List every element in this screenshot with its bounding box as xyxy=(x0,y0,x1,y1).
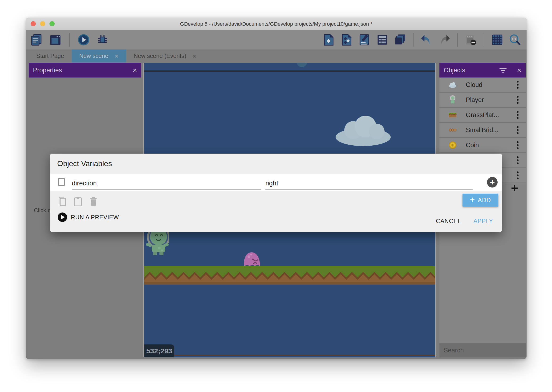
object-menu-icon[interactable] xyxy=(517,81,518,89)
variable-name-input[interactable] xyxy=(72,177,261,190)
apply-button[interactable]: APPLY xyxy=(472,216,494,226)
small-bridge-thumbnail-icon xyxy=(439,126,466,134)
properties-hint: Click o xyxy=(34,207,51,214)
objects-search-bar xyxy=(439,343,526,357)
object-variables-dialog: Object Variables + + ADD RUN xyxy=(50,154,502,232)
variable-value-input[interactable] xyxy=(265,177,473,190)
svg-text:1:1: 1:1 xyxy=(512,37,516,41)
scene-bottom-border xyxy=(144,355,435,356)
toolbar-separator xyxy=(484,33,484,47)
tabbar: Start Page New scene × New scene (Events… xyxy=(29,49,204,63)
close-tab-icon[interactable]: × xyxy=(192,53,197,60)
zoom-1-1-icon[interactable]: 1:1 xyxy=(509,34,521,46)
scene-top-border xyxy=(144,70,435,72)
start-page-icon[interactable] xyxy=(49,34,62,46)
layers-icon[interactable] xyxy=(394,34,407,46)
coin-thumbnail-icon xyxy=(439,140,466,150)
toolbar-left xyxy=(30,33,109,47)
undo-icon[interactable] xyxy=(420,34,433,46)
cursor-coordinates-badge: 532;293 xyxy=(144,344,174,357)
toggle-mask-icon[interactable] xyxy=(464,34,477,46)
tab-label: New scene (Events) xyxy=(133,53,186,59)
enemy-slime-object[interactable] xyxy=(243,251,261,267)
add-button-label: ADD xyxy=(478,197,491,203)
delete-icon[interactable] xyxy=(88,196,99,208)
close-panel-icon[interactable]: × xyxy=(517,66,521,75)
add-object-icon[interactable] xyxy=(322,34,335,46)
close-tab-icon[interactable]: × xyxy=(114,53,119,60)
variable-toolbar xyxy=(57,196,99,208)
object-name: Cloud xyxy=(466,81,483,89)
toolbar: 1:1 xyxy=(26,30,527,49)
preview-play-icon[interactable] xyxy=(77,34,90,46)
objects-panel-header: Objects × xyxy=(439,63,526,77)
player-thumbnail-icon xyxy=(439,95,466,105)
close-panel-icon[interactable]: × xyxy=(133,66,137,75)
tab-new-scene-events[interactable]: New scene (Events) × xyxy=(126,49,204,63)
copy-icon[interactable] xyxy=(57,196,68,208)
object-menu-icon[interactable] xyxy=(517,171,518,179)
object-name: GrassPlat... xyxy=(466,112,499,119)
titlebar: GDevelop 5 - /Users/david/Documents/GDev… xyxy=(26,18,527,30)
toolbar-separator xyxy=(413,33,414,47)
cloud-thumbnail-icon xyxy=(439,81,466,89)
object-row-coin[interactable]: Coin xyxy=(439,138,526,153)
filter-icon[interactable] xyxy=(499,67,507,75)
object-row-grassplatform[interactable]: GrassPlat... xyxy=(439,108,526,123)
cloud-object[interactable] xyxy=(332,113,394,147)
object-row-cloud[interactable]: Cloud xyxy=(439,77,526,93)
objects-panel-title: Objects xyxy=(444,67,465,74)
grass-platform-thumbnail-icon xyxy=(439,111,466,119)
add-child-variable-icon[interactable]: + xyxy=(487,177,498,188)
grass-platform-object[interactable] xyxy=(144,266,435,285)
object-row-smallbridge[interactable]: SmallBrid... xyxy=(439,123,526,138)
object-menu-icon[interactable] xyxy=(517,141,518,149)
tab-new-scene[interactable]: New scene × xyxy=(72,49,126,63)
run-preview-button[interactable]: RUN A PREVIEW xyxy=(58,212,119,222)
object-menu-icon[interactable] xyxy=(517,156,518,164)
edit-scene-icon[interactable] xyxy=(358,34,371,46)
object-menu-icon[interactable] xyxy=(517,96,518,104)
redo-icon[interactable] xyxy=(438,34,451,46)
play-icon xyxy=(58,212,67,222)
variable-checkbox[interactable] xyxy=(58,178,65,186)
toolbar-separator xyxy=(69,33,70,47)
object-menu-icon[interactable] xyxy=(517,111,518,119)
object-row-player[interactable]: Player xyxy=(439,93,526,108)
scene-properties-icon[interactable] xyxy=(376,34,389,46)
properties-panel-title: Properties xyxy=(33,67,62,74)
gdevelop-window: GDevelop 5 - /Users/david/Documents/GDev… xyxy=(26,18,527,359)
object-name: SmallBrid... xyxy=(466,126,498,134)
dialog-title: Object Variables xyxy=(57,159,112,168)
object-name: Player xyxy=(466,96,484,104)
window-title: GDevelop 5 - /Users/david/Documents/GDev… xyxy=(26,18,527,30)
add-object-button[interactable]: + xyxy=(509,182,520,195)
project-manager-icon[interactable] xyxy=(30,34,43,46)
toolbar-separator xyxy=(457,33,458,47)
tab-label: New scene xyxy=(79,53,108,59)
tab-start-page[interactable]: Start Page xyxy=(29,49,72,63)
properties-panel-header: Properties × xyxy=(29,63,141,77)
grid-icon[interactable] xyxy=(491,34,504,46)
bubble-object[interactable] xyxy=(297,63,307,67)
tab-label: Start Page xyxy=(36,53,64,59)
objects-group-icon[interactable] xyxy=(340,34,353,46)
screenshot: GDevelop 5 - /Users/david/Documents/GDev… xyxy=(0,0,552,392)
object-menu-icon[interactable] xyxy=(517,126,518,134)
cancel-button[interactable]: CANCEL xyxy=(435,216,462,226)
variable-row: + xyxy=(50,174,502,191)
debug-icon[interactable] xyxy=(96,34,109,46)
objects-search-input[interactable] xyxy=(444,347,527,354)
add-variable-button[interactable]: + ADD xyxy=(462,194,498,207)
dialog-actions: CANCEL APPLY xyxy=(435,216,494,226)
object-name: Coin xyxy=(466,142,479,149)
paste-icon[interactable] xyxy=(73,196,84,208)
run-preview-label: RUN A PREVIEW xyxy=(71,214,119,221)
toolbar-right: 1:1 xyxy=(322,33,521,47)
